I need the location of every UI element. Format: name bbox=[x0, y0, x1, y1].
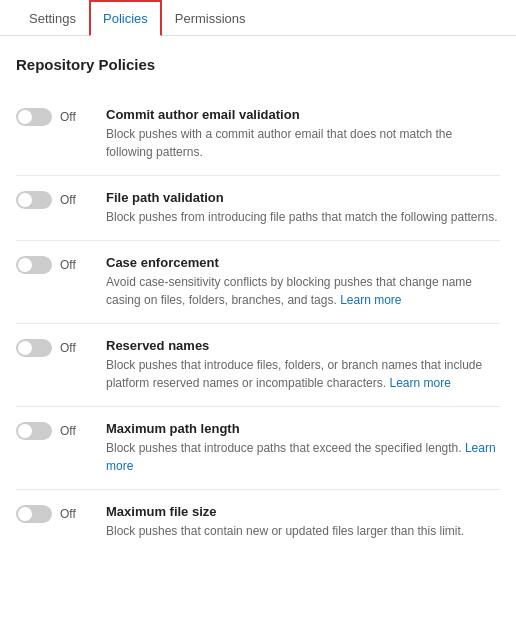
toggle-max-path-length[interactable] bbox=[16, 422, 52, 440]
policy-text-max-file-size: Maximum file sizeBlock pushes that conta… bbox=[106, 504, 500, 540]
toggle-label-max-file-size: Off bbox=[60, 507, 76, 521]
policy-name-file-path: File path validation bbox=[106, 190, 500, 205]
policy-text-max-path-length: Maximum path lengthBlock pushes that int… bbox=[106, 421, 500, 475]
policy-desc-commit-email: Block pushes with a commit author email … bbox=[106, 125, 500, 161]
toggle-max-file-size[interactable] bbox=[16, 505, 52, 523]
page-title: Repository Policies bbox=[16, 56, 500, 73]
tab-permissions[interactable]: Permissions bbox=[162, 0, 259, 36]
policy-row: OffReserved namesBlock pushes that intro… bbox=[16, 324, 500, 407]
policy-link-max-path-length[interactable]: Learn more bbox=[106, 441, 496, 473]
toggle-label-file-path: Off bbox=[60, 193, 76, 207]
policy-name-case-enforcement: Case enforcement bbox=[106, 255, 500, 270]
policy-desc-case-enforcement: Avoid case-sensitivity conflicts by bloc… bbox=[106, 273, 500, 309]
policy-link-case-enforcement[interactable]: Learn more bbox=[340, 293, 401, 307]
policy-desc-max-path-length: Block pushes that introduce paths that e… bbox=[106, 439, 500, 475]
toggle-wrapper-max-file-size: Off bbox=[16, 504, 106, 523]
policy-row: OffCommit author email validationBlock p… bbox=[16, 93, 500, 176]
policy-desc-reserved-names: Block pushes that introduce files, folde… bbox=[106, 356, 500, 392]
toggle-wrapper-max-path-length: Off bbox=[16, 421, 106, 440]
policy-row: OffMaximum path lengthBlock pushes that … bbox=[16, 407, 500, 490]
toggle-file-path[interactable] bbox=[16, 191, 52, 209]
tab-settings[interactable]: Settings bbox=[16, 0, 89, 36]
toggle-wrapper-case-enforcement: Off bbox=[16, 255, 106, 274]
policy-desc-file-path: Block pushes from introducing file paths… bbox=[106, 208, 500, 226]
policy-row: OffFile path validationBlock pushes from… bbox=[16, 176, 500, 241]
page-content: Repository Policies OffCommit author ema… bbox=[0, 36, 516, 574]
toggle-wrapper-reserved-names: Off bbox=[16, 338, 106, 357]
policy-row: OffCase enforcementAvoid case-sensitivit… bbox=[16, 241, 500, 324]
tab-settings-label: Settings bbox=[29, 11, 76, 26]
toggle-label-commit-email: Off bbox=[60, 110, 76, 124]
tab-bar: Settings Policies Permissions bbox=[0, 0, 516, 36]
policy-name-max-file-size: Maximum file size bbox=[106, 504, 500, 519]
policy-name-commit-email: Commit author email validation bbox=[106, 107, 500, 122]
tab-policies[interactable]: Policies bbox=[89, 0, 162, 36]
policy-name-max-path-length: Maximum path length bbox=[106, 421, 500, 436]
toggle-reserved-names[interactable] bbox=[16, 339, 52, 357]
policy-text-commit-email: Commit author email validationBlock push… bbox=[106, 107, 500, 161]
toggle-commit-email[interactable] bbox=[16, 108, 52, 126]
toggle-wrapper-commit-email: Off bbox=[16, 107, 106, 126]
policy-text-case-enforcement: Case enforcementAvoid case-sensitivity c… bbox=[106, 255, 500, 309]
toggle-label-max-path-length: Off bbox=[60, 424, 76, 438]
policy-name-reserved-names: Reserved names bbox=[106, 338, 500, 353]
tab-permissions-label: Permissions bbox=[175, 11, 246, 26]
policy-list: OffCommit author email validationBlock p… bbox=[16, 93, 500, 554]
policy-text-reserved-names: Reserved namesBlock pushes that introduc… bbox=[106, 338, 500, 392]
toggle-label-reserved-names: Off bbox=[60, 341, 76, 355]
toggle-wrapper-file-path: Off bbox=[16, 190, 106, 209]
policy-link-reserved-names[interactable]: Learn more bbox=[389, 376, 450, 390]
policy-desc-max-file-size: Block pushes that contain new or updated… bbox=[106, 522, 500, 540]
toggle-label-case-enforcement: Off bbox=[60, 258, 76, 272]
toggle-case-enforcement[interactable] bbox=[16, 256, 52, 274]
tab-policies-label: Policies bbox=[103, 11, 148, 26]
policy-text-file-path: File path validationBlock pushes from in… bbox=[106, 190, 500, 226]
policy-row: OffMaximum file sizeBlock pushes that co… bbox=[16, 490, 500, 554]
